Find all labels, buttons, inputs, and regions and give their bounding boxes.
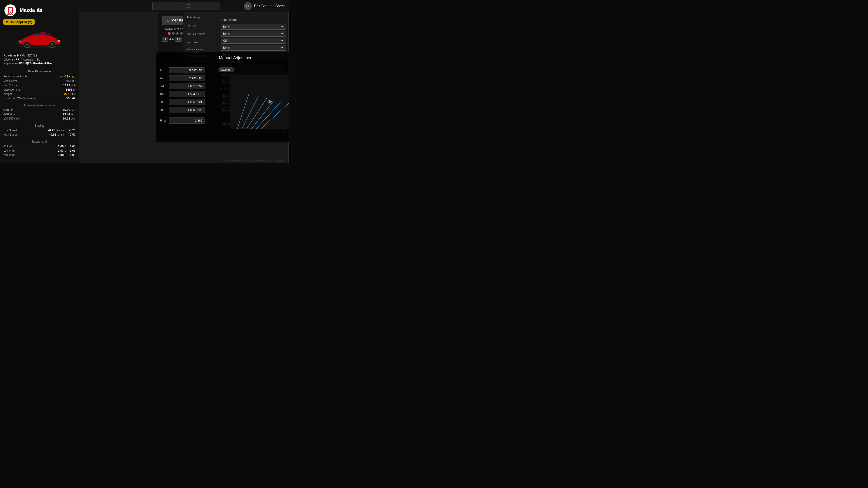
modal-body: 1st 2nd 3rd 4th 5th — [156, 64, 289, 141]
nav-r1[interactable]: R1 — [175, 37, 182, 41]
r60-row: 60 km/h 1.00 G 1.00 — [3, 144, 75, 148]
max-power-label: Max Power — [3, 79, 17, 83]
search-bar[interactable]: -- ☰ — [152, 2, 220, 10]
measure-icon: ▲ — [166, 19, 169, 22]
high-speed-note: (Under) — [57, 133, 65, 136]
bop-label: BoP Applied (M) — [10, 20, 32, 24]
menu-icon[interactable]: ☰ — [187, 4, 190, 8]
anti-lag-system-label: Anti-Lag System — [187, 33, 214, 35]
anti-lag-arrow: ▼ — [281, 32, 283, 35]
nav-arrow-right[interactable] — [172, 38, 174, 40]
low-speed-compare: -0.21 — [69, 129, 75, 132]
gear-label-6th: 6th — [160, 108, 166, 111]
displacement-row: Displacement 1496 cc — [3, 88, 75, 91]
brake-balance-label: Brake Balance — [187, 48, 214, 51]
r120-row: 120 km/h 1.03 G 1.03 — [3, 149, 75, 152]
r120-label: 120 km/h — [3, 149, 14, 152]
zero-1000-label: 0-1000 m — [3, 113, 15, 116]
zero-400-label: 0-400 m — [3, 108, 13, 111]
turbocharger-dropdown[interactable]: None ▼ — [221, 24, 286, 30]
drivetrain-value: FR — [16, 58, 20, 61]
history-dot-4[interactable] — [180, 32, 183, 35]
svg-rect-13 — [230, 74, 289, 129]
low-speed-value: -0.21 — [48, 129, 55, 132]
gear-row-2nd: 2nd — [160, 75, 211, 81]
svg-point-10 — [50, 43, 54, 46]
intercooler-arrow: ▼ — [281, 46, 283, 49]
r60-value: 1.00 — [58, 144, 64, 148]
anti-lag-dropdown[interactable]: None ▼ — [221, 31, 286, 37]
r60-label: 60 km/h — [3, 145, 13, 148]
engine-model-value: P5-VP[RS]-Roadster-NR-A — [19, 62, 52, 65]
max-torque-unit: ft-lb — [71, 84, 75, 87]
r240-unit: G — [64, 154, 66, 156]
copyright: © 2021 Sony Interactive Entertainment In… — [221, 160, 285, 162]
displacement-unit: cc — [73, 88, 75, 91]
weight-label: Weight — [3, 92, 12, 96]
max-power-row: Max Power 130 HP — [3, 79, 75, 83]
pp-prefix: PP — [60, 75, 64, 78]
zero-1000-value: 29.44 — [63, 112, 70, 116]
gear-row-1st: 1st — [160, 67, 211, 73]
r240-value: 1.08 — [58, 153, 64, 157]
intercooler-dropdown[interactable]: None ▼ — [221, 45, 286, 51]
gear-input-3rd[interactable] — [168, 83, 205, 89]
low-speed-row: Low Speed -0.21 (Neutral) -0.21 — [3, 129, 75, 132]
left-panel: MAZDA Mazda 🇯🇵 ⚖ BoP Applied (M) — [0, 0, 79, 163]
intercooler-value: None — [223, 46, 230, 49]
gear-chart — [218, 74, 289, 129]
svg-point-8 — [25, 43, 29, 46]
low-speed-label: Low Speed — [3, 129, 17, 132]
history-dot-3[interactable] — [176, 32, 179, 35]
r120-unit: G — [64, 149, 66, 152]
car-image-container — [3, 27, 75, 52]
final-label: Final — [160, 119, 166, 122]
balance-row: Front-Rear Weight Balance 53 : 47 — [3, 96, 75, 100]
supercharger-title: Supercharger — [221, 18, 286, 22]
gear-input-5th[interactable] — [168, 99, 205, 105]
gear-input-2nd[interactable] — [168, 75, 205, 81]
gear-chart-svg — [218, 74, 289, 129]
balance-label: Front-Rear Weight Balance — [3, 97, 36, 100]
gear-label-4th: 4th — [160, 92, 166, 96]
displacement-value: 1496 — [66, 88, 72, 91]
low-speed-note: (Neutral) — [56, 129, 66, 132]
anti-lag-system-dropdown[interactable]: Off ▼ — [221, 38, 286, 43]
zero-400-row: 0-400 m 16.09 sec. — [3, 108, 75, 111]
weight-row: Weight 2227 lbs. — [3, 92, 75, 96]
gear-row-3rd: 3rd — [160, 83, 211, 89]
gear-input-6th[interactable] — [168, 107, 205, 113]
edit-settings[interactable]: ⚙ Edit Settings Sheet — [244, 2, 285, 10]
history-dot-1[interactable] — [168, 32, 170, 35]
zero-1000-unit: sec. — [71, 113, 75, 116]
max-power-value: 130 — [66, 79, 71, 83]
stability-title: Stability — [3, 124, 75, 127]
final-input[interactable] — [168, 118, 205, 124]
nav-l1[interactable]: L1 — [162, 37, 168, 41]
car-model: Roadster NR-A (ND) '22 — [3, 54, 75, 57]
mazda-logo: MAZDA — [3, 3, 17, 17]
gear-input-1st[interactable] — [168, 67, 205, 73]
pp-label: Performance Points — [3, 75, 27, 78]
search-value: -- — [182, 4, 184, 8]
turbocharger-label: Turbocharger — [187, 16, 214, 19]
zero-400-unit: sec. — [71, 109, 75, 111]
chart-area: 7200 rpm — [215, 64, 289, 141]
weight-value: 2227 — [64, 92, 71, 96]
nav-arrow-left[interactable] — [169, 38, 171, 40]
anti-lag-system-value: Off — [223, 39, 227, 42]
cursor — [269, 99, 272, 104]
sprint-value: 10.18 — [63, 117, 70, 120]
gear-label-2nd: 2nd — [160, 76, 166, 80]
max-power-unit: HP — [72, 80, 75, 83]
sprint-label: 100-150 km/h — [3, 117, 20, 120]
gear-label-1st: 1st — [160, 69, 166, 72]
gear-list: 1st 2nd 3rd 4th 5th — [156, 64, 215, 141]
gear-row-4th: 4th — [160, 91, 211, 97]
weight-unit: lbs. — [72, 93, 75, 95]
high-speed-value: -0.52 — [50, 133, 56, 136]
car-drivetrain-line: Drivetrain FR / Aspiration NA — [3, 58, 75, 61]
gear-input-4th[interactable] — [168, 91, 205, 97]
sprint-row: 100-150 km/h 10.18 sec. — [3, 117, 75, 120]
history-dot-2[interactable] — [172, 32, 175, 35]
